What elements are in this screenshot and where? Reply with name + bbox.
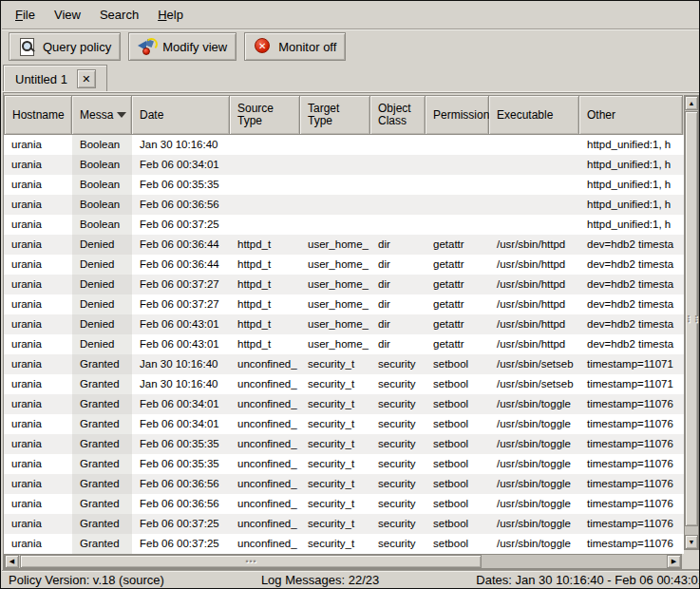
table-cell: /usr/sbin/httpd	[489, 275, 579, 294]
table-cell: unconfined_	[230, 414, 300, 434]
table-cell: Denied	[72, 334, 132, 354]
table-cell: Feb 06 00:37:25	[132, 514, 230, 534]
tab-untitled-1[interactable]: Untitled 1 ✕	[3, 65, 107, 92]
column-header-date[interactable]: Date	[132, 95, 230, 135]
table-cell: urania	[4, 414, 72, 434]
table-cell: security	[370, 534, 426, 554]
table-row[interactable]: uraniaBooleanFeb 06 00:36:56httpd_unifie…	[4, 195, 684, 215]
scroll-right-button[interactable]: ▶	[667, 555, 681, 568]
table-cell: httpd_unified:1, h	[579, 175, 683, 195]
table-cell: Feb 06 00:34:01	[132, 155, 230, 175]
table-cell: Granted	[72, 474, 132, 494]
table-cell: Granted	[72, 454, 132, 474]
column-header-label: Object Class	[378, 103, 411, 127]
table-cell: urania	[4, 135, 72, 155]
scroll-up-button[interactable]: ▲	[685, 96, 698, 110]
table-cell: Granted	[72, 374, 132, 394]
table-cell: urania	[4, 354, 72, 374]
table-cell	[230, 195, 300, 215]
column-header-label: Executable	[497, 109, 553, 122]
table-row[interactable]: uraniaBooleanJan 30 10:16:40httpd_unifie…	[4, 135, 684, 155]
table-cell: Granted	[72, 434, 132, 454]
table-cell: urania	[4, 334, 72, 354]
table-row[interactable]: uraniaGrantedFeb 06 00:36:56unconfined_s…	[4, 494, 684, 514]
menu-help[interactable]: Help	[148, 4, 193, 26]
table-cell	[300, 135, 370, 155]
tab-close-button[interactable]: ✕	[77, 69, 96, 88]
table-row[interactable]: uraniaDeniedFeb 06 00:36:44httpd_tuser_h…	[4, 255, 684, 275]
table-row[interactable]: uraniaGrantedFeb 06 00:34:01unconfined_s…	[4, 414, 684, 434]
table-row[interactable]: uraniaGrantedFeb 06 00:35:35unconfined_s…	[4, 434, 684, 454]
table-cell: timestamp=11076	[579, 414, 683, 434]
vertical-scrollbar-thumb[interactable]: ⋮⋮	[685, 111, 698, 526]
table-cell: Denied	[72, 235, 132, 255]
table-cell: Feb 06 00:34:01	[132, 394, 230, 414]
table-cell: httpd_unified:1, h	[579, 155, 683, 175]
table-cell	[426, 195, 489, 215]
table-cell: /usr/sbin/setseb	[489, 374, 579, 394]
horizontal-scrollbar-thumb[interactable]: ⋯	[20, 555, 482, 568]
column-header-other[interactable]: Other	[579, 95, 683, 135]
column-header-object-class[interactable]: Object Class	[370, 95, 426, 135]
menu-search[interactable]: Search	[90, 4, 148, 26]
column-header-hostname[interactable]: Hostname	[4, 95, 72, 135]
status-bar: Policy Version: v.18 (source) Log Messag…	[2, 570, 700, 589]
table-row[interactable]: uraniaGrantedFeb 06 00:35:35unconfined_s…	[4, 454, 684, 474]
table-row[interactable]: uraniaBooleanFeb 06 00:34:01httpd_unifie…	[4, 155, 684, 175]
menu-view[interactable]: View	[45, 4, 90, 26]
table-cell: httpd_t	[230, 294, 300, 314]
query-policy-label: Query policy	[43, 40, 111, 54]
table-row[interactable]: uraniaBooleanFeb 06 00:35:35httpd_unifie…	[4, 175, 684, 195]
table-cell: security_t	[300, 454, 370, 474]
table-row[interactable]: uraniaDeniedFeb 06 00:37:27httpd_tuser_h…	[4, 275, 684, 294]
table-cell: urania	[4, 195, 72, 215]
table-cell	[300, 155, 370, 175]
scroll-left-button[interactable]: ◀	[5, 555, 19, 568]
menu-file[interactable]: File	[6, 4, 45, 26]
dates-status: Dates: Jan 30 10:16:40 - Feb 06 00:43:01	[476, 573, 700, 587]
vertical-scrollbar[interactable]: ▲ ⋮⋮ ▼	[684, 95, 699, 550]
table-cell: unconfined_	[230, 454, 300, 474]
table-cell: /usr/sbin/toggle	[489, 494, 579, 514]
table-row[interactable]: uraniaGrantedFeb 06 00:37:25unconfined_s…	[4, 514, 684, 534]
table-row[interactable]: uraniaGrantedFeb 06 00:37:25unconfined_s…	[4, 534, 684, 554]
table-cell	[300, 175, 370, 195]
table-row[interactable]: uraniaDeniedFeb 06 00:43:01httpd_tuser_h…	[4, 334, 684, 354]
table-cell: Feb 06 00:36:56	[132, 494, 230, 514]
table-cell: /usr/sbin/toggle	[489, 434, 579, 454]
column-header-source-type[interactable]: Source Type	[230, 95, 300, 135]
table-cell: urania	[4, 314, 72, 334]
table-row[interactable]: uraniaGrantedJan 30 10:16:40unconfined_s…	[4, 374, 684, 394]
table-row[interactable]: uraniaGrantedFeb 06 00:36:56unconfined_s…	[4, 474, 684, 494]
table-cell: Jan 30 10:16:40	[132, 374, 230, 394]
table-cell: security	[370, 494, 426, 514]
column-header-target-type[interactable]: Target Type	[300, 95, 370, 135]
table-row[interactable]: uraniaGrantedJan 30 10:16:40unconfined_s…	[4, 354, 684, 374]
table-row[interactable]: uraniaDeniedFeb 06 00:36:44httpd_tuser_h…	[4, 235, 684, 255]
table-cell: Denied	[72, 255, 132, 275]
table-cell: Jan 30 10:16:40	[132, 135, 230, 155]
table-row[interactable]: uraniaGrantedFeb 06 00:34:01unconfined_s…	[4, 394, 684, 414]
table-cell: dir	[370, 255, 426, 275]
monitor-off-button[interactable]: ✕ Monitor off	[244, 32, 346, 61]
table-row[interactable]: uraniaDeniedFeb 06 00:43:01httpd_tuser_h…	[4, 314, 684, 334]
table-cell: security_t	[300, 534, 370, 554]
table-cell: urania	[4, 474, 72, 494]
modify-view-button[interactable]: Modify view	[128, 32, 236, 61]
table-cell	[300, 215, 370, 235]
column-header-permission[interactable]: Permission	[426, 95, 489, 135]
table-row[interactable]: uraniaBooleanFeb 06 00:37:25httpd_unifie…	[4, 215, 684, 235]
scroll-down-button[interactable]: ▼	[685, 535, 698, 549]
table-cell	[370, 155, 426, 175]
column-header-messa[interactable]: Messa	[72, 95, 132, 135]
table-cell: user_home_	[300, 235, 370, 255]
table-cell: Granted	[72, 394, 132, 414]
arrow-right-icon: ▶	[672, 558, 676, 565]
table-cell: dev=hdb2 timesta	[579, 294, 683, 314]
horizontal-scrollbar[interactable]: ◀ ⋯ ▶	[4, 554, 682, 569]
query-policy-button[interactable]: Query policy	[9, 32, 121, 61]
column-header-executable[interactable]: Executable	[489, 95, 579, 135]
table-cell: urania	[4, 294, 72, 314]
table-row[interactable]: uraniaDeniedFeb 06 00:37:27httpd_tuser_h…	[4, 294, 684, 314]
table-cell	[230, 175, 300, 195]
